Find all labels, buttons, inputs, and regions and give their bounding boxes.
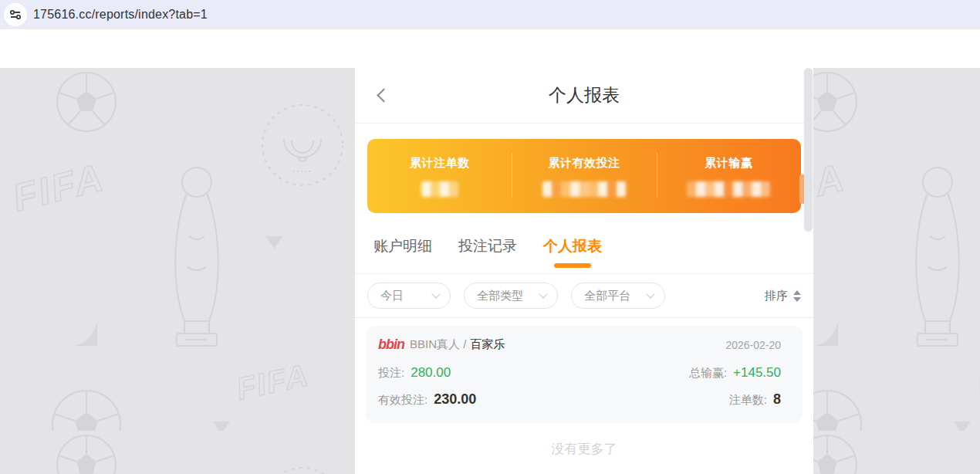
masked-value xyxy=(687,181,770,197)
date-filter-dropdown[interactable]: 今日 xyxy=(367,283,451,309)
total-winloss: 总输赢: +145.50 xyxy=(580,365,781,381)
sort-control[interactable]: 排序 xyxy=(765,289,801,303)
record-header: bbin BBIN真人 / 百家乐 2026-02-20 xyxy=(378,337,781,353)
stat-total-bet-count: 累计注单数 xyxy=(367,139,512,213)
masked-value xyxy=(542,181,626,197)
bet-count: 注单数: 8 xyxy=(580,391,781,408)
bbin-logo: bbin xyxy=(378,337,404,353)
chevron-left-icon xyxy=(377,88,390,102)
stats-section: 累计注单数 累计有效投注 累计输赢 xyxy=(355,124,813,219)
url-text[interactable]: 175616.cc/reports/index?tab=1 xyxy=(33,8,208,22)
report-app-panel: 个人报表 累计注单数 累计有效投注 累计输赢 xyxy=(355,68,813,474)
record-values: 投注: 280.00 总输赢: +145.50 有效投注: 230.00 注单数… xyxy=(378,365,781,408)
platform-filter-dropdown[interactable]: 全部平台 xyxy=(571,283,665,309)
report-list: bbin BBIN真人 / 百家乐 2026-02-20 投注: 280.00 … xyxy=(355,318,813,458)
tab-account-details[interactable]: 账户明细 xyxy=(373,219,432,274)
chevron-down-icon xyxy=(431,289,440,298)
browser-address-bar: 175616.cc/reports/index?tab=1 xyxy=(0,0,980,29)
screen: 175616.cc/reports/index?tab=1 xyxy=(0,0,980,474)
tab-bet-records[interactable]: 投注记录 xyxy=(458,219,517,274)
record-date: 2026-02-20 xyxy=(725,339,781,351)
page-title: 个人报表 xyxy=(549,83,620,107)
bet-amount: 投注: 280.00 xyxy=(378,365,580,381)
filter-bar: 今日 全部类型 全部平台 排序 xyxy=(355,274,813,318)
report-tabs: 账户明细 投注记录 个人报表 xyxy=(355,219,813,274)
scrollbar-thumb[interactable] xyxy=(804,68,813,232)
type-filter-dropdown[interactable]: 全部类型 xyxy=(464,283,558,309)
stat-total-winloss: 累计输赢 xyxy=(657,139,801,213)
tab-personal-report[interactable]: 个人报表 xyxy=(543,219,602,274)
report-record-card[interactable]: bbin BBIN真人 / 百家乐 2026-02-20 投注: 280.00 … xyxy=(366,326,803,423)
stat-total-valid-bet: 累计有效投注 xyxy=(512,139,656,213)
page-top-whitespace xyxy=(0,29,980,68)
stats-summary-card: 累计注单数 累计有效投注 累计输赢 xyxy=(367,139,801,213)
no-more-text: 没有更多了 xyxy=(366,440,803,458)
chevron-down-icon xyxy=(646,289,654,298)
masked-value xyxy=(421,181,458,197)
valid-bet-amount: 有效投注: 230.00 xyxy=(378,391,580,408)
site-settings-icon[interactable] xyxy=(4,3,27,26)
app-header: 个人报表 xyxy=(355,68,813,124)
back-button[interactable] xyxy=(373,86,394,107)
sort-arrows-icon xyxy=(793,290,801,302)
chevron-down-icon xyxy=(539,289,547,298)
